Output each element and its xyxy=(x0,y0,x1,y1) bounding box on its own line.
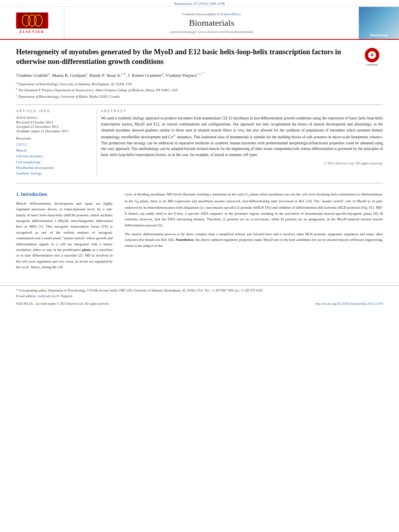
affiliation-b: b The Dominick P. Purpura Department of … xyxy=(16,87,383,93)
elsevier-logo: ELSEVIER xyxy=(8,12,56,34)
journal-title: Biomaterials xyxy=(189,18,234,28)
biomaterials-cover-label: Biomaterials xyxy=(370,33,388,37)
crossmark-circle: ✕ xyxy=(365,48,379,62)
sciencedirect-link[interactable]: ScienceDirect xyxy=(220,12,241,16)
keywords-label: Keywords: xyxy=(16,136,88,140)
intro-paragraph-1: Muscle differentiation, development and … xyxy=(16,201,113,270)
email-note: E-mail address: vlad@uab.edu (V. Parpura… xyxy=(16,294,383,299)
affiliations: a Department of Neurobiology, University… xyxy=(16,81,383,99)
keyword-muscle: Muscle xyxy=(16,148,88,153)
received-date: Received 4 October 2013 xyxy=(16,120,88,124)
issn-text: 0142-9612/$ – see front matter © 2013 El… xyxy=(16,302,109,306)
journal-header: ELSEVIER Contents lists available at Sci… xyxy=(0,7,399,40)
available-date: Available online 21 December 2013 xyxy=(16,129,88,133)
doi-link[interactable]: http://dx.doi.org/10.1016/j.biomaterials… xyxy=(315,302,383,306)
abstract-column: ABSTRACT We used a synthetic biology app… xyxy=(97,109,383,176)
keyword-synthetic-biology: Synthetic biology xyxy=(16,170,88,176)
article-info-column: ARTICLE INFO Article history: Received 4… xyxy=(16,109,97,176)
keyword-calcium: Calcium dynamics xyxy=(16,153,88,159)
publisher-logo-area: ELSEVIER xyxy=(0,7,64,39)
article-info-label: ARTICLE INFO xyxy=(16,109,88,113)
footer-bottom: 0142-9612/$ – see front matter © 2013 El… xyxy=(0,302,399,306)
corresponding-author-note: * Corresponding author. Department of Ne… xyxy=(16,288,383,293)
elsevier-logo-image xyxy=(16,12,48,29)
citation-text: Biomaterials 35 (2014) 2188–2198 xyxy=(174,2,225,6)
article-title: Heterogeneity of myotubes generated by t… xyxy=(16,47,383,67)
crossmark-badge: ✕ CrossMark xyxy=(361,47,383,67)
body-section: 1. Introduction Muscle differentiation, … xyxy=(16,191,383,273)
sciencedirect-line: Contents lists available at ScienceDirec… xyxy=(183,12,241,16)
affiliation-c: c Department of Biotechnology, Universit… xyxy=(16,93,383,99)
body-left-column: 1. Introduction Muscle differentiation, … xyxy=(16,191,113,273)
intro-paragraph-2: cycle of dividing myoblasts, MD levels f… xyxy=(125,191,383,228)
keyword-c2c12: C2C12 xyxy=(16,142,88,147)
abstract-text: We used a synthetic biology approach to … xyxy=(101,115,383,158)
biomaterials-cover-image: Biomaterials xyxy=(359,7,399,39)
abstract-label: ABSTRACT xyxy=(101,109,383,113)
elsevier-text: ELSEVIER xyxy=(20,30,45,34)
keyword-cell-morphology: Cell morphology xyxy=(16,159,88,165)
intro-number: 1. xyxy=(16,191,20,197)
crossmark-x: ✕ xyxy=(370,52,374,58)
intro-paragraph-3: The muscle differentiation process is fa… xyxy=(125,231,383,249)
body-right-column: cycle of dividing myoblasts, MD levels f… xyxy=(125,191,383,273)
email-link[interactable]: vlad@uab.edu xyxy=(37,294,56,298)
history-label: Article history: xyxy=(16,115,88,119)
divider-2 xyxy=(16,183,383,183)
journal-homepage: journal homepage: www.elsevier.com/locat… xyxy=(170,30,253,34)
crossmark-label: CrossMark xyxy=(366,63,378,66)
crossmark-inner: ✕ xyxy=(368,51,376,59)
footer-section: * Corresponding author. Department of Ne… xyxy=(0,286,399,299)
intro-title: Introduction xyxy=(21,191,47,197)
accepted-date: Accepted 21 November 2013 xyxy=(16,125,88,129)
divider xyxy=(16,105,383,105)
article-content: Heterogeneity of myotubes generated by t… xyxy=(0,40,399,277)
intro-heading: 1. Introduction xyxy=(16,191,113,197)
citation-bar: Biomaterials 35 (2014) 2188–2198 xyxy=(0,0,399,7)
authors-line: Vladimir Grubišića, Manoj K. Gottipatia,… xyxy=(16,72,383,78)
keyword-myofibrillar: Myofibrillar development xyxy=(16,165,88,170)
journal-info-center: Contents lists available at ScienceDirec… xyxy=(64,7,359,39)
affiliation-a: a Department of Neurobiology, University… xyxy=(16,81,383,87)
journal-image: Biomaterials xyxy=(359,7,399,39)
info-abstract-section: ARTICLE INFO Article history: Received 4… xyxy=(16,109,383,176)
copyright-notice: © 2013 Elsevier Ltd. All rights reserved… xyxy=(101,161,383,165)
